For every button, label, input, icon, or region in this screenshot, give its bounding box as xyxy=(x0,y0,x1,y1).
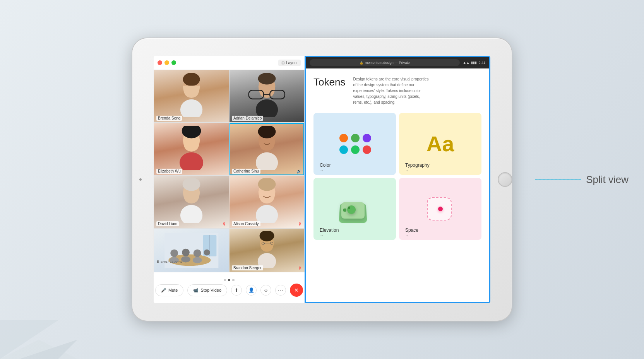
share-icon: ⬆ xyxy=(235,287,238,293)
video-cell-alison[interactable]: Alison Cassidy 🎙 xyxy=(229,176,305,229)
tokens-content: Tokens Design tokens are the core visual… xyxy=(306,68,489,302)
monitor-icon: 🖥 xyxy=(156,260,159,263)
token-card-space[interactable]: Space → xyxy=(399,178,481,240)
url-bar[interactable]: 🔒 momentum.design — Private xyxy=(310,59,460,66)
svg-point-29 xyxy=(170,249,178,257)
color-card-arrow: → xyxy=(320,168,324,173)
video-cell-elizabeth[interactable]: Elizabeth Wu xyxy=(154,123,229,176)
minimize-window-button[interactable] xyxy=(164,60,169,65)
time-display: 9:41 xyxy=(478,61,485,65)
video-cell-conference[interactable]: 🖥 SHN7-17-APR3 xyxy=(154,228,229,272)
split-view-connector-line xyxy=(535,179,581,180)
tablet-shell: ⊞ Layout xyxy=(132,38,512,321)
color-dot-orange xyxy=(339,134,348,142)
tokens-title: Tokens xyxy=(313,76,345,88)
camera-dot xyxy=(139,178,142,181)
color-dot-cyan xyxy=(339,145,348,154)
participant-name-catherine: Catherine Sinu xyxy=(232,169,260,174)
muted-icon-alison: 🎙 xyxy=(298,222,302,226)
svg-point-9 xyxy=(256,99,278,117)
token-card-elevation[interactable]: Elevation → xyxy=(313,178,396,240)
video-bottom-bar: 🎤 Mute 📹 Stop Video ⬆ 👤 ☺ xyxy=(154,272,305,303)
svg-point-15 xyxy=(180,152,203,170)
add-person-button[interactable]: 👤 xyxy=(246,285,257,296)
svg-point-33 xyxy=(193,249,201,257)
video-cell-adrian[interactable]: Adrian Delamico xyxy=(229,70,305,123)
token-cards-grid: Color → Aa Typography → xyxy=(313,113,481,240)
elevation-card-label: Elevation xyxy=(320,227,339,233)
page-dot-3[interactable] xyxy=(232,279,235,281)
svg-point-35 xyxy=(204,249,210,255)
typography-card-label: Typography xyxy=(405,162,430,168)
conference-room-name: SHN7-17-APR3 xyxy=(161,260,182,263)
more-options-button[interactable]: ··· xyxy=(275,285,286,296)
svg-marker-2 xyxy=(19,340,77,359)
status-icons: ▲▲ ▮▮▮ 9:41 xyxy=(463,61,485,65)
layout-button[interactable]: ⊞ Layout xyxy=(278,60,301,66)
emoji-button[interactable]: ☺ xyxy=(260,285,271,296)
page-dot-2[interactable] xyxy=(228,279,230,281)
svg-point-8 xyxy=(258,73,276,85)
svg-marker-0 xyxy=(0,320,58,359)
battery-icon: ▮▮▮ xyxy=(471,61,477,65)
tokens-description: Design tokens are the core visual proper… xyxy=(353,76,430,105)
layout-grid-icon: ⊞ xyxy=(281,61,284,65)
svg-rect-11 xyxy=(270,90,285,99)
layout-button-label: Layout xyxy=(286,61,298,65)
stop-video-button[interactable]: 📹 Stop Video xyxy=(187,284,227,296)
svg-point-18 xyxy=(256,152,278,170)
participant-name-alison: Alison Cassidy xyxy=(232,221,260,226)
muted-icon-brandon: 🎙 xyxy=(298,266,302,270)
svg-point-6 xyxy=(180,99,202,117)
participant-name-david: David Liam xyxy=(156,221,179,226)
close-window-button[interactable] xyxy=(158,60,162,65)
participant-name-elizabeth: Elizabeth Wu xyxy=(156,169,182,174)
split-view-label: Split view xyxy=(535,174,629,186)
home-button[interactable] xyxy=(498,172,512,187)
color-dot-red xyxy=(363,145,371,154)
token-card-typography[interactable]: Aa Typography → xyxy=(399,113,481,175)
svg-point-21 xyxy=(180,205,202,223)
video-cell-catherine[interactable]: Catherine Sinu 🔊 xyxy=(229,123,305,176)
call-controls: 🎤 Mute 📹 Stop Video ⬆ 👤 ☺ xyxy=(155,284,303,297)
browser-pane: 🔒 momentum.design — Private ▲▲ ▮▮▮ 9:41 … xyxy=(305,56,490,303)
url-text: momentum.design — Private xyxy=(365,61,410,65)
video-cell-david[interactable]: David Liam 🎙 xyxy=(154,176,229,229)
svg-point-31 xyxy=(182,248,190,256)
participant-name-brenda: Brenda Song xyxy=(156,116,182,121)
tablet-screen: ⊞ Layout xyxy=(154,56,490,303)
video-cell-brenda[interactable]: Brenda Song xyxy=(154,70,229,123)
speaker-icon: 🔊 xyxy=(296,169,302,174)
color-dot-green xyxy=(351,134,360,142)
space-visual xyxy=(425,195,456,222)
svg-point-5 xyxy=(183,73,200,86)
color-card-label: Color xyxy=(320,162,331,168)
split-view-text: Split view xyxy=(586,174,629,186)
elevation-card-arrow: → xyxy=(320,233,324,238)
mute-button[interactable]: 🎤 Mute xyxy=(155,284,183,296)
lock-icon: 🔒 xyxy=(360,61,363,65)
space-card-arrow: → xyxy=(405,233,409,238)
typography-card-arrow: → xyxy=(405,168,409,173)
page-dot-1[interactable] xyxy=(224,279,226,281)
svg-point-24 xyxy=(256,205,278,223)
share-button[interactable]: ⬆ xyxy=(231,285,242,296)
token-card-color[interactable]: Color → xyxy=(313,113,396,175)
end-call-button[interactable]: ✕ xyxy=(290,284,303,297)
video-cell-brandon[interactable]: Brandon Seeger 🎙 xyxy=(229,228,305,272)
add-person-icon: 👤 xyxy=(248,287,254,293)
elevation-visual xyxy=(339,195,370,222)
typography-visual: Aa xyxy=(426,133,454,155)
muted-icon-david: 🎙 xyxy=(222,222,226,226)
space-card-label: Space xyxy=(405,227,418,233)
color-dots-display xyxy=(339,134,370,154)
mute-button-label: Mute xyxy=(168,288,178,292)
svg-point-34 xyxy=(192,257,202,263)
participant-name-brandon: Brandon Seeger xyxy=(232,265,263,270)
maximize-window-button[interactable] xyxy=(171,60,176,65)
color-dot-purple xyxy=(363,134,371,142)
participant-name-adrian: Adrian Delamico xyxy=(232,116,263,121)
stop-video-icon: 📹 xyxy=(193,288,199,293)
svg-rect-10 xyxy=(249,90,264,99)
tokens-header: Tokens Design tokens are the core visual… xyxy=(313,76,481,105)
